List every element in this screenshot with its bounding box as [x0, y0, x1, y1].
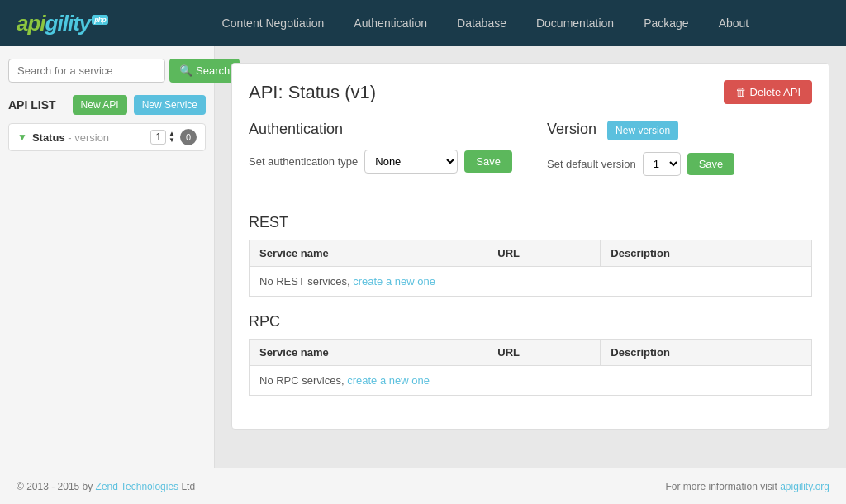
footer-info: For more information visit apigility.org	[665, 481, 829, 492]
nav-item-content-negotiation[interactable]: Content Negotiation	[207, 0, 340, 46]
rpc-create-link[interactable]: create a new one	[347, 374, 430, 387]
nav-item-documentation[interactable]: Documentation	[521, 0, 629, 46]
rest-section: REST Service name URL Description No RES…	[249, 214, 812, 297]
layout: 🔍 Search API LIST New API New Service ▼ …	[0, 46, 846, 468]
logo-area: apigilityphp	[17, 11, 108, 36]
api-name-text: Status	[32, 131, 65, 144]
rest-table-header-row: Service name URL Description	[250, 240, 812, 267]
api-list-item[interactable]: ▼ Status - version 1 ▲ ▼ 0	[8, 123, 206, 151]
version-save-button[interactable]: Save	[687, 153, 735, 175]
rest-empty-cell: No REST services, create a new one	[250, 267, 812, 297]
api-title: API: Status (v1)	[249, 82, 376, 103]
version-section: Version New version Set default version …	[547, 121, 812, 176]
apigility-link[interactable]: apigility.org	[780, 481, 829, 492]
new-api-button[interactable]: New API	[73, 95, 127, 115]
rpc-col-service-name: Service name	[250, 340, 487, 366]
footer: © 2013 - 2015 by Zend Technologies Ltd F…	[0, 468, 846, 504]
search-input[interactable]	[8, 59, 165, 83]
rpc-table-header-row: Service name URL Description	[250, 340, 812, 366]
rpc-section: RPC Service name URL Description No RPC …	[249, 313, 812, 396]
authentication-section: Authentication Set authentication type N…	[249, 121, 514, 176]
version-number: 1	[150, 130, 166, 145]
api-item-name: Status - version	[32, 131, 146, 144]
main-nav: Content NegotiationAuthenticationDatabas…	[141, 0, 829, 46]
nav-item-about[interactable]: About	[704, 0, 764, 46]
logo: apigilityphp	[17, 11, 108, 36]
rpc-table-head: Service name URL Description	[250, 340, 812, 366]
set-auth-label: Set authentication type	[249, 155, 358, 168]
rest-section-title: REST	[249, 214, 812, 231]
set-default-version-label: Set default version	[547, 158, 636, 170]
search-icon: 🔍	[179, 64, 192, 77]
rest-col-url: URL	[487, 240, 601, 267]
header: apigilityphp Content NegotiationAuthenti…	[0, 0, 846, 46]
version-stepper[interactable]: ▲ ▼	[169, 131, 175, 144]
auth-section-title: Authentication	[249, 121, 514, 138]
api-panel: API: Status (v1) 🗑 Delete API Authentica…	[231, 63, 829, 430]
rpc-col-url: URL	[487, 340, 601, 366]
chevron-down-small-icon: ▼	[169, 137, 175, 144]
new-service-button[interactable]: New Service	[134, 95, 206, 115]
footer-copyright-text: © 2013 - 2015 by	[17, 481, 96, 492]
auth-version-row: Authentication Set authentication type N…	[249, 121, 812, 193]
nav-item-authentication[interactable]: Authentication	[339, 0, 442, 46]
auth-save-button[interactable]: Save	[464, 150, 512, 173]
footer-copyright: © 2013 - 2015 by Zend Technologies Ltd	[17, 481, 195, 492]
api-list-header: API LIST New API New Service	[8, 95, 206, 115]
rpc-empty-row: No RPC services, create a new one	[250, 366, 812, 396]
rest-table-body: No REST services, create a new one	[250, 267, 812, 297]
api-version-sep: - version	[68, 131, 109, 144]
auth-form: Set authentication type None HTTP Basic …	[249, 150, 514, 174]
rest-col-description: Description	[601, 240, 812, 267]
logo-php: php	[92, 15, 108, 25]
delete-api-label: Delete API	[750, 86, 801, 98]
api-panel-header: API: Status (v1) 🗑 Delete API	[249, 80, 812, 104]
rest-table-head: Service name URL Description	[250, 240, 812, 267]
nav-item-package[interactable]: Package	[629, 0, 703, 46]
version-section-title: Version New version	[547, 121, 812, 140]
new-version-button[interactable]: New version	[607, 121, 678, 140]
search-row: 🔍 Search	[8, 59, 206, 83]
main-content: API: Status (v1) 🗑 Delete API Authentica…	[215, 46, 846, 468]
chevron-down-icon: ▼	[17, 131, 27, 143]
rpc-table: Service name URL Description No RPC serv…	[249, 339, 812, 396]
nav-item-database[interactable]: Database	[442, 0, 521, 46]
rpc-table-body: No RPC services, create a new one	[250, 366, 812, 396]
rest-empty-row: No REST services, create a new one	[250, 267, 812, 297]
version-form: Set default version 1 2 3 Save	[547, 152, 812, 176]
footer-info-text: For more information visit	[665, 481, 780, 492]
default-version-select[interactable]: 1 2 3	[643, 152, 681, 176]
rpc-empty-cell: No RPC services, create a new one	[250, 366, 812, 396]
rest-table: Service name URL Description No REST ser…	[249, 240, 812, 297]
footer-ltd-text: Ltd	[178, 481, 195, 492]
zend-link[interactable]: Zend Technologies	[96, 481, 179, 492]
delete-api-button[interactable]: 🗑 Delete API	[724, 80, 812, 104]
rest-create-link[interactable]: create a new one	[353, 275, 435, 288]
count-badge: 0	[180, 129, 197, 145]
rpc-empty-text: No RPC services,	[259, 374, 347, 387]
rest-col-service-name: Service name	[250, 240, 487, 267]
api-list-label: API LIST	[8, 98, 66, 112]
rpc-section-title: RPC	[249, 313, 812, 330]
version-title-text: Version	[547, 121, 596, 137]
sidebar: 🔍 Search API LIST New API New Service ▼ …	[0, 46, 215, 468]
auth-type-select[interactable]: None HTTP Basic HTTP Digest OAuth2	[364, 150, 458, 174]
trash-icon: 🗑	[735, 86, 746, 98]
version-badge-wrapper: 1 ▲ ▼	[150, 130, 175, 145]
rpc-col-description: Description	[601, 340, 812, 366]
rest-empty-text: No REST services,	[259, 275, 353, 288]
